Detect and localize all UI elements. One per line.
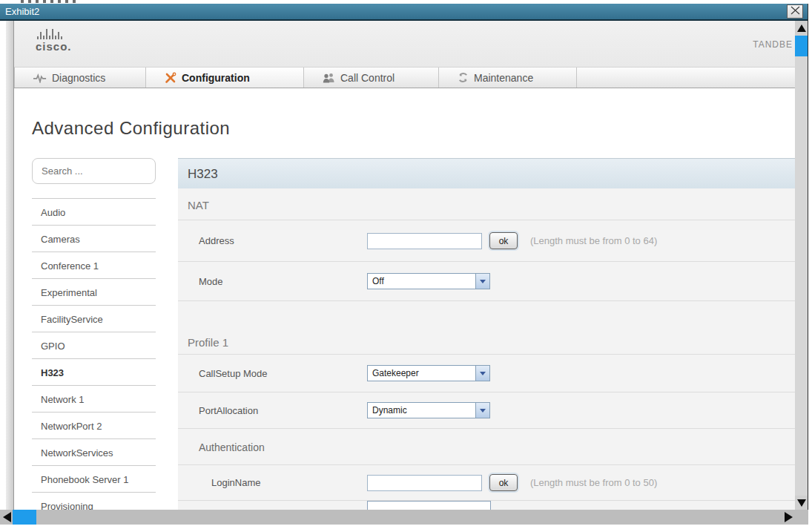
setting-row-callsetup-mode: CallSetup Mode Gatekeeper [178, 355, 795, 392]
page-content: cisco. TANDBE Diagnostics Configuration [14, 21, 795, 510]
settings-category-list: Audio Cameras Conference 1 Experimental … [32, 198, 156, 510]
selected-option: Gatekeeper [372, 368, 419, 378]
window-titlebar[interactable]: Exhibit2 [0, 4, 808, 21]
panel-title: H323 [178, 158, 795, 188]
nat-mode-select[interactable]: Off [367, 273, 490, 289]
scroll-up-arrow[interactable] [795, 21, 808, 36]
clipped-text-artifact [21, 0, 76, 3]
section-title-nat: NAT [178, 188, 795, 220]
tab-diagnostics[interactable]: Diagnostics [14, 68, 146, 88]
main-nav-tabbar: Diagnostics Configuration [14, 67, 795, 88]
sidebar-item-networkservices[interactable]: NetworkServices [32, 438, 156, 465]
refresh-icon [458, 72, 469, 83]
nat-address-ok-button[interactable]: ok [489, 232, 518, 249]
callsetup-mode-select[interactable]: Gatekeeper [367, 365, 490, 381]
sidebar-item-network-1[interactable]: Network 1 [32, 385, 156, 412]
scroll-right-arrow[interactable] [782, 510, 795, 525]
tab-maintenance[interactable]: Maintenance [439, 68, 577, 88]
h323-settings-panel: H323 NAT Address ok (Length must be from… [178, 158, 795, 510]
length-hint: (Length must be from 0 to 64) [530, 235, 657, 246]
search-input[interactable] [32, 158, 156, 184]
tab-label: Diagnostics [52, 72, 105, 84]
setting-label: Address [199, 235, 367, 246]
triangle-left-icon [3, 512, 11, 522]
setting-label: Mode [199, 276, 367, 287]
chevron-down-icon [475, 366, 489, 381]
triangle-up-icon [797, 24, 806, 32]
right-edge [808, 0, 812, 529]
people-icon [323, 73, 335, 83]
window-title: Exhibit2 [5, 6, 39, 17]
tandberg-label: TANDBE [753, 39, 793, 50]
cisco-wordmark: cisco. [36, 40, 72, 53]
sidebar-item-phonebook-server-1[interactable]: Phonebook Server 1 [32, 465, 156, 492]
clipped-next-row [178, 501, 795, 510]
tools-icon [165, 72, 176, 84]
loginname-input[interactable] [367, 475, 482, 491]
horizontal-scrollbar[interactable] [0, 510, 808, 525]
section-gap [178, 300, 795, 332]
chevron-down-icon [475, 403, 489, 418]
sidebar-item-facilityservice[interactable]: FacilityService [32, 305, 156, 332]
close-button[interactable] [787, 4, 803, 19]
setting-row-loginname: LoginName ok (Length must be from 0 to 5… [178, 465, 795, 501]
sidebar-item-experimental[interactable]: Experimental [32, 278, 156, 305]
subsection-title-authentication: Authentication [178, 429, 795, 465]
cisco-logo-bars-icon [37, 27, 72, 39]
vertical-scroll-thumb[interactable] [795, 36, 808, 56]
tab-configuration[interactable]: Configuration [146, 68, 304, 88]
chevron-down-icon [475, 274, 489, 289]
page-title: Advanced Configuration [32, 118, 795, 139]
sidebar-item-provisioning[interactable]: Provisioning [32, 492, 156, 510]
setting-label: CallSetup Mode [199, 368, 367, 379]
cisco-logo: cisco. [36, 27, 72, 53]
section-title-profile-1: Profile 1 [178, 332, 795, 355]
tab-call-control[interactable]: Call Control [304, 68, 439, 88]
pulse-icon [33, 73, 47, 83]
window-left-border [6, 21, 14, 510]
bottom-edge [0, 525, 812, 529]
nat-address-input[interactable] [367, 233, 482, 249]
site-header: cisco. TANDBE [14, 21, 795, 67]
left-gutter [0, 21, 6, 510]
scroll-down-arrow[interactable] [795, 496, 808, 510]
vertical-scrollbar[interactable] [795, 21, 808, 510]
close-icon [790, 4, 800, 19]
setting-row-nat-address: Address ok (Length must be from 0 to 64) [178, 220, 795, 262]
horizontal-scroll-thumb[interactable] [13, 510, 36, 525]
selected-option: Off [372, 276, 384, 286]
sidebar-item-cameras[interactable]: Cameras [32, 225, 156, 252]
selected-option: Dynamic [372, 405, 407, 415]
sidebar-item-audio[interactable]: Audio [32, 198, 156, 225]
setting-row-portallocation: PortAllocation Dynamic [178, 392, 795, 429]
sidebar-item-h323[interactable]: H323 [32, 358, 156, 385]
page-body: Advanced Configuration Audio Cameras Con… [14, 118, 795, 510]
tab-label: Maintenance [474, 72, 533, 84]
scroll-left-arrow[interactable] [0, 510, 13, 525]
triangle-right-icon [785, 512, 793, 522]
tab-label: Configuration [182, 72, 250, 84]
settings-sidebar: Audio Cameras Conference 1 Experimental … [32, 158, 156, 510]
clipped-input-field [367, 501, 491, 510]
tab-label: Call Control [340, 72, 395, 84]
setting-row-nat-mode: Mode Off [178, 262, 795, 300]
setting-label: PortAllocation [199, 405, 367, 416]
length-hint: (Length must be from 0 to 50) [530, 477, 657, 488]
setting-label: LoginName [199, 477, 367, 488]
portallocation-select[interactable]: Dynamic [367, 402, 490, 418]
sidebar-item-gpio[interactable]: GPIO [32, 332, 156, 358]
sidebar-item-conference-1[interactable]: Conference 1 [32, 252, 156, 278]
loginname-ok-button[interactable]: ok [489, 474, 518, 491]
sidebar-item-networkport-2[interactable]: NetworkPort 2 [32, 412, 156, 438]
triangle-down-icon [797, 499, 806, 507]
